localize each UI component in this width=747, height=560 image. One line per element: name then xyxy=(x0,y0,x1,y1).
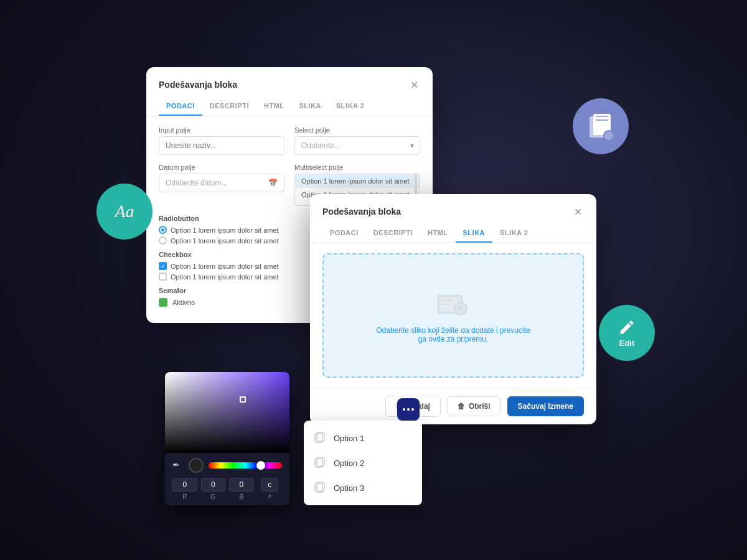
tab2-slika[interactable]: SLIKA xyxy=(456,224,493,243)
delete-button[interactable]: 🗑 Obriši xyxy=(447,396,501,416)
delete-label: Obriši xyxy=(469,402,491,411)
form-row-1: Input polje Select polje Odaberite... xyxy=(159,126,420,155)
tab-html[interactable]: HTML xyxy=(256,97,292,116)
hex-label: # xyxy=(268,493,271,500)
modal-1-tabs: PODACI DESCRIPTI HTML SLIKA SLIKA 2 xyxy=(146,97,433,116)
dropdown-item-3-label: Option 3 xyxy=(334,483,364,493)
input-polje-label: Input polje xyxy=(159,126,284,134)
dropdown-item-3[interactable]: Option 3 xyxy=(304,475,422,500)
modal-2-close-button[interactable]: ✕ xyxy=(571,205,584,218)
color-cursor xyxy=(240,396,246,403)
pencil-icon xyxy=(618,319,636,336)
multiselect-label: Multiselect polje xyxy=(294,164,420,171)
modal-1-header: Podešavanja bloka ✕ xyxy=(146,67,433,97)
multiselect-option-1: Option 1 lorem ipsum dolor sit amet xyxy=(295,174,420,188)
upload-dropzone[interactable]: + Odaberite sliku koji želite da dodate … xyxy=(322,253,584,378)
svg-rect-4 xyxy=(441,300,453,301)
current-color-swatch[interactable] xyxy=(189,458,204,473)
circle-edit[interactable]: Edit xyxy=(599,305,655,361)
input-polje-field[interactable] xyxy=(159,136,284,155)
svg-text:+: + xyxy=(458,304,463,313)
r-field: R xyxy=(172,478,197,500)
modal-2-footer: + Dodaj 🗑 Obriši Sačuvaj Izmene xyxy=(310,388,596,424)
semafor-dot xyxy=(159,298,167,307)
dot-1 xyxy=(403,408,405,411)
modal-2-tabs: PODACI DESCRIPTI HTML SLIKA SLIKA 2 xyxy=(310,224,596,243)
calendar-icon: 📅 xyxy=(268,179,278,187)
radio-option-2-text: Option 1 lorem ipsum dolor sit amet xyxy=(171,237,279,245)
aa-text: Aa xyxy=(115,202,134,222)
dropdown-item-1[interactable]: Option 1 xyxy=(304,426,422,450)
select-polje-group: Select polje Odaberite... xyxy=(294,126,420,155)
datum-placeholder: Odaberite datum... xyxy=(166,179,227,187)
b-field: B xyxy=(229,478,254,500)
tab-descripti[interactable]: DESCRIPTI xyxy=(202,97,256,116)
r-label: R xyxy=(182,493,187,500)
upload-icon: + xyxy=(435,287,472,319)
input-polje-group: Input polje xyxy=(159,126,284,155)
upload-text: Odaberite sliku koji želite da dodate i … xyxy=(375,326,531,343)
tab2-slika2[interactable]: SLIKA 2 xyxy=(492,224,535,243)
save-label: Sačuvaj Izmene xyxy=(518,402,573,411)
option-2-icon xyxy=(314,457,326,469)
dropdown-item-2-label: Option 2 xyxy=(334,459,364,468)
save-button[interactable]: Sačuvaj Izmene xyxy=(507,396,584,416)
select-polje-label: Select polje xyxy=(294,126,420,134)
modal-1-close-button[interactable]: ✕ xyxy=(408,78,420,91)
color-picker-controls: ✒ R G B xyxy=(165,453,289,505)
hue-thumb xyxy=(256,461,265,470)
modal-settings-2: Podešavanja bloka ✕ PODACI DESCRIPTI HTM… xyxy=(310,194,596,424)
radio-dot-1 xyxy=(159,226,167,234)
datum-polje-label: Datum polje xyxy=(159,164,284,171)
dot-2 xyxy=(407,408,410,411)
svg-rect-5 xyxy=(441,304,450,305)
tab2-podaci[interactable]: PODACI xyxy=(322,224,366,243)
tab-slika2[interactable]: SLIKA 2 xyxy=(329,97,372,116)
tab-podaci[interactable]: PODACI xyxy=(159,97,202,116)
r-input[interactable] xyxy=(172,478,197,492)
circle-aa: Aa xyxy=(96,184,153,240)
g-field: G xyxy=(201,478,226,500)
tab2-html[interactable]: HTML xyxy=(420,224,456,243)
radio-dot-2 xyxy=(159,236,167,245)
dot-3 xyxy=(411,408,414,411)
dots-menu-button[interactable] xyxy=(397,398,420,421)
select-wrapper: Odaberite... xyxy=(294,136,420,155)
semafor-value: Aktivno xyxy=(172,299,195,306)
radio-option-1-text: Option 1 lorem ipsum dolor sit amet xyxy=(171,226,279,234)
modal-2-header: Podešavanja bloka ✕ xyxy=(310,194,596,224)
datum-input[interactable]: Odaberite datum... 📅 xyxy=(159,174,284,192)
g-label: G xyxy=(210,493,215,500)
checkbox-option-2-text: Option 1 lorem ipsum dolor sit amet xyxy=(171,273,279,281)
color-picker: ✒ R G B xyxy=(165,372,289,505)
circle-files xyxy=(573,98,629,154)
checkbox-option-1-text: Option 1 lorem ipsum dolor sit amet xyxy=(171,263,279,270)
dropdown-menu: Option 1 Option 2 Option 3 xyxy=(304,421,422,505)
modal-2-title: Podešavanja bloka xyxy=(322,207,401,217)
delete-icon: 🗑 xyxy=(458,402,465,411)
hex-input[interactable] xyxy=(261,478,278,492)
hue-slider[interactable] xyxy=(209,462,282,469)
option-1-icon xyxy=(314,432,326,444)
checkbox-box-2 xyxy=(159,273,167,281)
modal-1-title: Podešavanja bloka xyxy=(159,80,237,90)
eyedropper-icon[interactable]: ✒ xyxy=(172,460,184,471)
color-tools-row: ✒ xyxy=(172,458,282,473)
edit-label: Edit xyxy=(619,338,635,348)
option-3-icon xyxy=(314,482,326,494)
files-icon xyxy=(587,114,614,139)
dropdown-item-2[interactable]: Option 2 xyxy=(304,450,422,475)
dropdown-item-1-label: Option 1 xyxy=(334,434,364,443)
tab-slika[interactable]: SLIKA xyxy=(292,97,329,116)
g-input[interactable] xyxy=(201,478,226,492)
b-input[interactable] xyxy=(229,478,254,492)
file-circle-badge xyxy=(603,130,614,141)
checkbox-box-1 xyxy=(159,262,167,270)
hex-field: # xyxy=(258,478,283,500)
datum-polje-group: Datum polje Odaberite datum... 📅 xyxy=(159,164,284,206)
color-gradient-canvas[interactable] xyxy=(165,372,289,453)
tab2-descripti[interactable]: DESCRIPTI xyxy=(366,224,420,243)
rgb-inputs: R G B # xyxy=(172,478,282,500)
b-label: B xyxy=(239,493,243,500)
select-polje-field[interactable]: Odaberite... xyxy=(294,136,420,155)
